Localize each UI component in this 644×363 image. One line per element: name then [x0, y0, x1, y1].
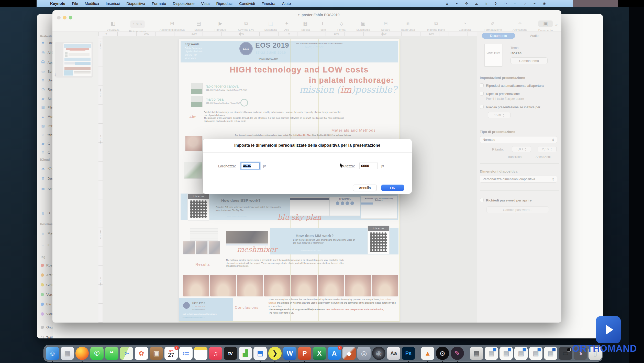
finder-item-documenti[interactable]: ▯Documenti: [41, 176, 53, 180]
dock-app-store[interactable]: A4: [328, 347, 341, 360]
dock-notes[interactable]: [194, 347, 207, 360]
menu-keynote[interactable]: Keynote: [50, 1, 65, 6]
dock-calendar[interactable]: FEB271: [164, 347, 178, 360]
finder-item-viola[interactable]: Viola: [41, 312, 53, 316]
menu-disposizione[interactable]: Disposizione: [173, 1, 194, 6]
menu-modifica[interactable]: Modifica: [85, 1, 99, 6]
menu-riproduci[interactable]: Riproduci: [216, 1, 232, 6]
zoom-level-select[interactable]: 15% ∨: [130, 20, 145, 28]
proxy-document-icon[interactable]: ▾: [298, 13, 299, 17]
toolbar-master-button[interactable]: ▤Master: [194, 20, 203, 31]
minimize-window-button[interactable]: [63, 16, 66, 19]
checkbox-riproduci-automaticamente[interactable]: [480, 83, 484, 87]
finder-item-immagini[interactable]: ▨Immagini: [41, 124, 53, 128]
menu-inserisci[interactable]: Inserisci: [106, 1, 120, 6]
finder-item-airdrop[interactable]: ◎AirDrop: [41, 50, 53, 55]
menu-file[interactable]: File: [72, 1, 78, 6]
dock-facetime[interactable]: ✆: [90, 347, 104, 360]
toolbar-aggiungi-diapositiva-button[interactable]: ⊞Aggiungi diapositiva: [160, 20, 185, 31]
toolbar-alfa-button[interactable]: ✦Alfa: [284, 20, 289, 31]
finder-item-c[interactable]: ▱C: [41, 142, 53, 146]
spotlight-search-icon[interactable]: ◌: [522, 2, 527, 5]
toolbar-raggruppa-button[interactable]: ⧈Raggruppa: [401, 20, 415, 31]
finder-item-rosso[interactable]: Rosso: [41, 263, 53, 267]
dock-numbers[interactable]: ▟: [239, 347, 252, 360]
dock-reminders[interactable]: ≔: [179, 347, 193, 360]
dock-paint-app[interactable]: ✎: [451, 347, 464, 360]
dock-minimized-keynote-doc-2[interactable]: ▤: [499, 347, 513, 360]
ritardo-animazioni-stepper[interactable]: 2,0 s▲▼: [538, 146, 557, 152]
dropbox-icon[interactable]: ❖: [464, 2, 469, 5]
toolbar-forma-button[interactable]: ◇Forma: [337, 20, 346, 31]
dock-contacts[interactable]: ▣: [150, 347, 163, 360]
finder-item-recenti[interactable]: ◷Recenti: [41, 87, 53, 91]
control-center-icon[interactable]: ≡: [532, 2, 537, 5]
finder-item-filmati[interactable]: ▤Filmati: [41, 105, 53, 109]
finder-item-applicazioni[interactable]: ⒶApplicazioni: [41, 60, 53, 65]
dock-maps[interactable]: ➢: [120, 347, 133, 360]
tab-documento[interactable]: Documento: [482, 33, 515, 39]
dock-minimized-keynote-doc-1[interactable]: ▤: [485, 347, 498, 360]
toolbar-overflow-chevron[interactable]: »: [555, 22, 558, 27]
larghezza-input[interactable]: 4636: [241, 163, 260, 169]
altezza-input[interactable]: 6000: [359, 163, 378, 169]
finder-item-tuttiitag[interactable]: Tutti i tag...: [41, 336, 53, 338]
finder-item-c[interactable]: ⌸C: [41, 151, 53, 155]
finder-item-dropbox[interactable]: ❖Dropbox: [41, 41, 53, 45]
menu-finestra[interactable]: Finestra: [262, 1, 275, 6]
dock-obs[interactable]: ⊙: [436, 347, 449, 360]
zoom-window-button[interactable]: [69, 16, 72, 19]
menu-condividi[interactable]: Condividi: [239, 1, 255, 6]
finder-item-musica[interactable]: ♫Musica: [41, 114, 53, 119]
battery-icon[interactable]: ▭: [503, 2, 508, 5]
toolbar-multimedia-button[interactable]: ▣Multimedia: [356, 20, 370, 31]
toolbar-collabora-button[interactable]: ◔Collabora: [459, 20, 471, 31]
finder-item-blu[interactable]: Blu: [41, 302, 53, 306]
finder-item-verde[interactable]: Verde: [41, 293, 53, 296]
finder-item-scrivania[interactable]: ▭Scrivania: [41, 187, 53, 191]
toolbar-maschera-button[interactable]: ⬚Maschera: [264, 20, 277, 31]
finder-item-scrivania[interactable]: ▭Scrivania: [41, 69, 53, 73]
cancel-button[interactable]: Annulla: [353, 185, 377, 191]
finder-item-d[interactable]: ▯D: [41, 211, 53, 215]
finder-item-grigio[interactable]: Grigio: [41, 325, 53, 329]
dock-meshmixer[interactable]: ◆: [342, 347, 356, 360]
slide-thumbnail-1[interactable]: 1: [55, 42, 93, 78]
dock-chevron-app[interactable]: ❯: [268, 347, 282, 360]
finder-item-arancione[interactable]: Arancione: [41, 273, 53, 277]
cambia-tema-button[interactable]: Cambia tema: [510, 57, 548, 64]
dock-font-book[interactable]: Aa: [387, 347, 400, 360]
toolbar-animazione-button[interactable]: ✧Animazione: [513, 20, 527, 31]
toolbar-separa-button[interactable]: ⊟Separa: [381, 20, 390, 31]
finder-item-fabio[interactable]: ⌂fabio: [41, 133, 53, 137]
finder-item-iclouddrive[interactable]: ☁iCloud Drive: [41, 166, 53, 170]
ritardo-transizioni-stepper[interactable]: 5,0 s▲▼: [512, 146, 531, 152]
close-window-button[interactable]: [57, 16, 61, 19]
dock-excel[interactable]: X: [313, 347, 326, 360]
dock-minimized-keynote-doc-3[interactable]: ▤: [514, 347, 528, 360]
menu-vista[interactable]: Vista: [201, 1, 210, 6]
checkbox-riavvia-presentazione[interactable]: [480, 105, 484, 109]
vlc-cone-icon[interactable]: ▲: [445, 2, 450, 5]
obs-icon[interactable]: ●: [454, 2, 459, 5]
finder-item-download[interactable]: ⊕Download: [41, 78, 53, 82]
chevron-menu-icon[interactable]: ❯: [493, 2, 498, 5]
checkbox-ripeti-presentazione[interactable]: [480, 92, 484, 95]
dock-launchpad[interactable]: ▦: [61, 347, 74, 360]
finder-item-k[interactable]: ⊟K: [41, 243, 53, 247]
window-controls[interactable]: [57, 16, 72, 19]
finder-item-macbookdi[interactable]: ⌸MacBook di: [41, 231, 53, 236]
toolbar-riproduci-button[interactable]: ▶Riproduci: [215, 20, 226, 31]
dock-word[interactable]: W: [283, 347, 296, 360]
dimensioni-select[interactable]: Personalizza dimensioni diapositiva...▲▼: [480, 176, 557, 183]
dock-photos[interactable]: ✿: [135, 347, 148, 360]
riavvia-stepper[interactable]: 15 m▲▼: [488, 112, 510, 118]
toolbar-documento-button[interactable]: ▣Documento: [538, 20, 553, 32]
toolbar-tabella-button[interactable]: ▦Tabella: [301, 20, 310, 31]
dock-apple-tv[interactable]: tv: [224, 347, 237, 360]
dock-minimized-obs-window[interactable]: ▭: [559, 347, 572, 360]
ok-button[interactable]: OK: [381, 185, 404, 191]
dock-keynote[interactable]: ⬒: [253, 347, 267, 360]
menu-diapositiva[interactable]: Diapositiva: [126, 1, 145, 6]
dock-powerpoint[interactable]: P: [298, 347, 311, 360]
